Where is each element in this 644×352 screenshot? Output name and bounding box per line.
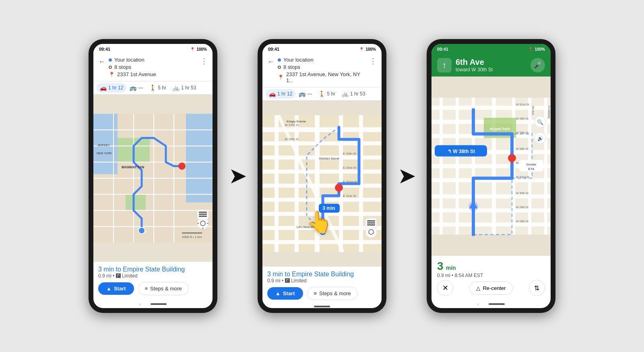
svg-text:E 33rd St: E 33rd St	[343, 166, 357, 170]
nav-eta-info: 3 min 0.9 mi • 8:54 AM EST	[437, 260, 483, 278]
tab-bus-label-2: —	[307, 91, 312, 97]
pin-icon-1: 📍	[190, 47, 195, 52]
route-info-1: Your location 8 stops 📍 2337 1st Avenue	[109, 57, 197, 79]
recenter-button[interactable]: △ Re-center	[469, 282, 512, 295]
tab-walk-2[interactable]: 🚶 5 hr	[315, 89, 339, 99]
direction-arrow-box: ↑	[437, 58, 452, 72]
tab-walk-1[interactable]: 🚶 5 hr	[146, 83, 169, 93]
eta-number: 3	[437, 260, 444, 272]
back-button-1[interactable]: ←	[98, 58, 105, 66]
eta-bar-1: 3 min to Empire State Building 0.9 mi • …	[98, 264, 208, 282]
start-button-1[interactable]: ▲ Start	[98, 282, 134, 295]
battery-2: 100%	[365, 47, 376, 52]
svg-rect-44	[262, 240, 382, 244]
tab-bus-1[interactable]: 🚌 —	[126, 83, 146, 93]
tab-bus-2[interactable]: 🚌 —	[295, 89, 315, 99]
action-buttons-1: ▲ Start ≡ Steps & more	[98, 282, 208, 295]
microphone-button[interactable]: 🎤	[530, 58, 545, 72]
svg-text:W 45th St: W 45th St	[516, 117, 528, 120]
start-icon-2: ▲	[275, 290, 281, 296]
eta-sub-2: 0.9 mi • 🅿 Limited	[267, 278, 377, 284]
phone-2: 09:41 📍 100% ← Your location	[258, 39, 386, 313]
stops-label-2: 8 stops	[283, 64, 300, 70]
tab-bus-label-1: —	[138, 85, 143, 91]
stops-dot-2	[278, 66, 281, 69]
status-bar-1: 09:41 📍 100%	[93, 44, 213, 54]
svg-text:Krispy Kreme: Krispy Kreme	[287, 120, 306, 123]
svg-text:W 29th St: W 29th St	[516, 206, 528, 209]
car-icon-1: 🚗	[100, 85, 107, 91]
back-button-2[interactable]: ←	[267, 58, 275, 66]
origin-label-2: Your location	[283, 57, 314, 63]
svg-text:E 32nd St: E 32nd St	[343, 180, 357, 184]
svg-text:W 38th St: W 38th St	[516, 147, 528, 150]
nav-eta-details: 0.9 mi • 8:54 AM EST	[437, 273, 483, 278]
dest-label-2: 2337 1st Avenue, New York, NY 1...	[286, 71, 366, 83]
svg-text:2000 ft • 1 km: 2000 ft • 1 km	[182, 235, 202, 239]
nav-bottom-panel: 3 min 0.9 mi • 8:54 AM EST ✕ △ Re-center…	[431, 256, 551, 298]
list-icon-1: ≡	[145, 286, 148, 292]
walk-icon-1: 🚶	[149, 85, 156, 91]
svg-rect-79	[431, 195, 551, 199]
nav-toward-label: toward W 30th St	[456, 67, 493, 72]
svg-text:🔍: 🔍	[537, 119, 544, 126]
svg-rect-60	[367, 220, 375, 222]
svg-text:MANHATTAN: MANHATTAN	[122, 165, 144, 169]
start-button-2[interactable]: ▲ Start	[267, 287, 303, 300]
close-navigation-button[interactable]: ✕	[437, 280, 453, 296]
svg-text:A: A	[144, 230, 147, 234]
svg-text:Similar: Similar	[526, 163, 537, 166]
transport-tabs-2: 🚗 1 hr 12 🚌 — 🚶 5 hr 🚲 1 hr 53	[262, 87, 382, 101]
svg-point-18	[178, 163, 186, 170]
svg-rect-83	[456, 98, 459, 235]
scene: 09:41 📍 100% ← Your location	[89, 39, 555, 313]
svg-text:W 36th St: W 36th St	[285, 137, 299, 141]
dest-pin-1: 📍	[109, 72, 115, 77]
route-options-button[interactable]: ⇅	[529, 280, 545, 296]
svg-text:5th Ave: 5th Ave	[532, 106, 535, 115]
origin-dot-2	[278, 58, 281, 62]
walk-icon-2: 🚶	[318, 91, 325, 97]
recenter-icon: △	[476, 285, 480, 291]
svg-text:W 32nd St: W 32nd St	[516, 176, 529, 178]
route-info-2: Your location 8 stops 📍 2337 1st Avenue,…	[278, 57, 366, 85]
steps-button-2[interactable]: ≡ Steps & more	[307, 287, 358, 300]
svg-text:JERSEY: JERSEY	[97, 143, 110, 147]
tab-bike-label-2: 1 hr 53	[350, 91, 365, 97]
svg-rect-80	[431, 209, 551, 213]
home-pill-2	[314, 306, 330, 307]
origin-label-1: Your location	[114, 57, 144, 63]
svg-text:A: A	[322, 231, 324, 235]
tab-car-label-1: 1 hr 12	[108, 85, 123, 91]
status-bar-3: 09:41 📍 100%	[431, 44, 551, 54]
street-type: Ave	[470, 58, 484, 66]
time-1: 09:41	[99, 47, 110, 52]
more-button-2[interactable]: ⋮	[369, 57, 377, 66]
phone-nav-2	[262, 303, 382, 308]
nav-street-label: 6th Ave	[456, 58, 493, 67]
start-label-1: Start	[114, 286, 126, 292]
svg-text:E 31st St: E 31st St	[343, 194, 356, 198]
street-bold: 6th	[456, 58, 468, 66]
svg-text:W 52nd St: W 52nd St	[516, 103, 529, 106]
eta-title-2: 3 min to Empire State Building	[267, 271, 377, 278]
eta-title-1: 3 min to Empire State Building	[98, 266, 208, 273]
steps-button-1[interactable]: ≡ Steps & more	[138, 282, 189, 295]
tab-car-2[interactable]: 🚗 1 hr 12	[266, 89, 295, 99]
svg-rect-39	[262, 170, 382, 174]
pin-icon-2: 📍	[359, 47, 364, 52]
dest-label-1: 2337 1st Avenue	[117, 71, 156, 77]
eta-unit: min	[446, 265, 456, 271]
map-area-3[interactable]: Bryant Park W 52nd St W 45	[431, 77, 551, 256]
tab-bike-1[interactable]: 🚲 1 hr 53	[169, 83, 199, 93]
time-3: 09:41	[437, 47, 448, 52]
svg-rect-28	[199, 212, 207, 213]
bike-icon-2: 🚲	[342, 91, 349, 97]
more-button-1[interactable]: ⋮	[200, 57, 208, 66]
map-area-1[interactable]: A 2000 ft • 1 km	[93, 95, 213, 262]
arrow-2: ➤	[398, 165, 415, 187]
tab-bike-2[interactable]: 🚲 1 hr 53	[339, 89, 368, 99]
map-area-2[interactable]: 3 min A W 37th St	[262, 101, 382, 267]
svg-text:NEW YORK: NEW YORK	[97, 152, 112, 155]
tab-car-1[interactable]: 🚗 1 hr 12	[97, 83, 126, 93]
